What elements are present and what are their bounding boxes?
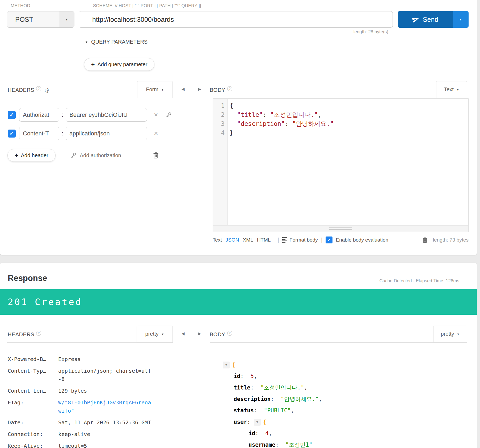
send-button-label: Send	[423, 16, 438, 23]
response-body-title: BODY	[210, 331, 225, 337]
response-header-row: Content-Typ…application/json; charset=ut…	[8, 367, 152, 383]
add-header-button[interactable]: + Add header	[7, 149, 56, 162]
response-header-row: Date:Sat, 11 Apr 2026 13:52:36 GMT	[8, 418, 152, 427]
request-header-rows: ✓Authorizat:Bearer eyJhbGciOiJIU×✓Conten…	[8, 108, 172, 145]
tree-row: id: 5,	[223, 371, 322, 382]
url-input[interactable]: http://localhost:3000/boards	[79, 11, 393, 28]
response-meta: Cache Detected - Elapsed Time: 128ms	[380, 278, 459, 284]
panel-vertical-divider[interactable]	[192, 80, 192, 245]
response-header-row: Content-Len…129 bytes	[8, 387, 152, 395]
response-header-value: W/"81-0IbPjEnKjJGv3BrqAE6reoawifo"	[58, 399, 152, 415]
format-body-icon	[282, 237, 287, 243]
body-view-dropdown[interactable]: Text ▼	[436, 81, 467, 98]
tree-row: description: "안녕하세요.",	[223, 393, 322, 405]
response-header-name: Content-Typ…	[8, 367, 58, 383]
response-header-row: Keep-Alive:timeout=5	[8, 442, 152, 448]
clear-headers-button[interactable]	[152, 152, 159, 160]
response-panel: Response Cache Detected - Elapsed Time: …	[0, 263, 477, 448]
header-enabled-checkbox[interactable]: ✓	[8, 111, 16, 119]
key-icon	[70, 152, 77, 159]
help-icon[interactable]: ?	[227, 331, 232, 336]
tree-row: user: ▼{	[223, 416, 322, 428]
response-header-list: X-Powered-B…ExpressContent-Typ…applicati…	[8, 355, 152, 448]
collapse-left-button[interactable]: ◀	[182, 87, 185, 92]
headers-view-dropdown[interactable]: Form ▼	[137, 81, 173, 98]
header-colon: :	[62, 130, 63, 137]
request-body-title-row: BODY?	[210, 86, 232, 93]
key-icon[interactable]	[165, 112, 172, 118]
body-format-tab-xml[interactable]: XML	[243, 237, 253, 243]
method-select[interactable]: POST ▼	[7, 11, 74, 28]
body-view-value: Text	[444, 86, 454, 93]
line-number: 1	[213, 101, 227, 110]
format-body-button[interactable]: Format body	[282, 237, 318, 243]
response-body-view-value: pretty	[441, 331, 454, 337]
collapse-node-button[interactable]: ▼	[223, 362, 230, 368]
body-footer-toolbar: TextJSONXMLHTML | Format body | ✓ Enable…	[213, 235, 469, 245]
add-authorization-button[interactable]: Add authorization	[70, 152, 121, 159]
url-length: length: 28 byte(s)	[353, 29, 388, 35]
method-select-caret-button[interactable]: ▼	[59, 11, 74, 27]
response-vertical-divider[interactable]	[192, 322, 192, 448]
remove-header-button[interactable]: ×	[154, 111, 158, 119]
response-headers-view-value: pretty	[145, 331, 159, 337]
code-line: "title": "조성민입니다.",	[230, 110, 468, 119]
clear-body-button[interactable]	[422, 237, 428, 243]
response-headers-title: HEADERS	[8, 331, 34, 337]
editor-code[interactable]: { "title": "조성민입니다.", "description": "안녕…	[230, 101, 468, 137]
request-headers-title: HEADERS	[8, 87, 34, 93]
response-header-row: X-Powered-B…Express	[8, 355, 152, 363]
response-headers-view-dropdown[interactable]: pretty ▼	[137, 326, 173, 342]
body-format-tab-json[interactable]: JSON	[226, 237, 239, 243]
code-line: }	[230, 128, 468, 137]
header-name-input[interactable]: Content-T	[19, 127, 59, 140]
headers-view-value: Form	[146, 86, 158, 93]
collapse-right-button[interactable]: ▶	[198, 87, 201, 92]
response-header-value: 129 bytes	[58, 387, 152, 395]
collapse-left-button[interactable]: ◀	[182, 331, 185, 336]
editor-resize-handle[interactable]	[213, 225, 468, 232]
header-value-input[interactable]: Bearer eyJhbGciOiJIU	[66, 108, 147, 122]
collapse-node-button[interactable]: ▼	[254, 419, 261, 426]
header-enabled-checkbox[interactable]: ✓	[8, 130, 16, 138]
body-format-tab-html[interactable]: HTML	[257, 237, 271, 243]
trash-icon	[152, 152, 159, 159]
chevron-down-icon: ▼	[161, 333, 164, 336]
method-value: POST	[7, 16, 59, 23]
request-body-editor[interactable]: 1234 { "title": "조성민입니다.", "description"…	[213, 98, 469, 232]
body-format-tab-text[interactable]: Text	[213, 237, 222, 243]
help-icon[interactable]: ?	[227, 86, 232, 91]
plus-icon: +	[15, 152, 18, 159]
query-parameters-label: QUERY PARAMETERS	[91, 39, 148, 45]
request-headers-title-row: HEADERS?↓AZ	[8, 86, 49, 93]
response-header-row: ETag:W/"81-0IbPjEnKjJGv3BrqAE6reoawifo"	[8, 399, 152, 415]
enable-body-evaluation-control: ✓ Enable body evaluation	[326, 237, 388, 243]
response-header-value: application/json; charset=utf-8	[58, 367, 152, 383]
tree-row: status: "PUBLIC",	[223, 405, 322, 416]
format-body-label: Format body	[289, 237, 318, 243]
response-headers-divider	[7, 342, 173, 343]
header-name-input[interactable]: Authorizat	[19, 108, 59, 122]
chevron-down-icon: ▼	[459, 18, 462, 21]
response-header-value: keep-alive	[58, 430, 152, 438]
collapse-right-button[interactable]: ▶	[198, 331, 201, 336]
enable-body-evaluation-checkbox[interactable]: ✓	[326, 237, 332, 243]
tree-row: ▼{	[223, 359, 322, 371]
add-query-parameter-button[interactable]: + Add query parameter	[84, 58, 154, 71]
sort-az-icon[interactable]: ↓AZ	[44, 87, 49, 93]
send-options-button[interactable]: ▼	[453, 11, 469, 28]
request-panel: METHOD SCHEME :// HOST [ ":" PORT ] [ PA…	[0, 0, 477, 255]
send-button[interactable]: Send	[398, 11, 453, 28]
header-row: ✓Authorizat:Bearer eyJhbGciOiJIU×	[8, 108, 172, 122]
help-icon[interactable]: ?	[36, 86, 41, 91]
tree-row: id: 4,	[223, 428, 322, 439]
response-headers-title-row: HEADERS?	[8, 331, 41, 338]
response-body-view-dropdown[interactable]: pretty ▼	[433, 326, 467, 342]
help-icon[interactable]: ?	[36, 331, 41, 336]
query-parameters-toggle[interactable]: ▼ QUERY PARAMETERS	[85, 39, 148, 45]
enable-body-evaluation-label: Enable body evaluation	[336, 237, 388, 243]
header-value-input[interactable]: application/json	[66, 127, 147, 140]
tree-row: username: "조성민1"	[223, 439, 322, 448]
remove-header-button[interactable]: ×	[154, 129, 158, 138]
response-status-banner: 201 Created	[0, 289, 477, 315]
